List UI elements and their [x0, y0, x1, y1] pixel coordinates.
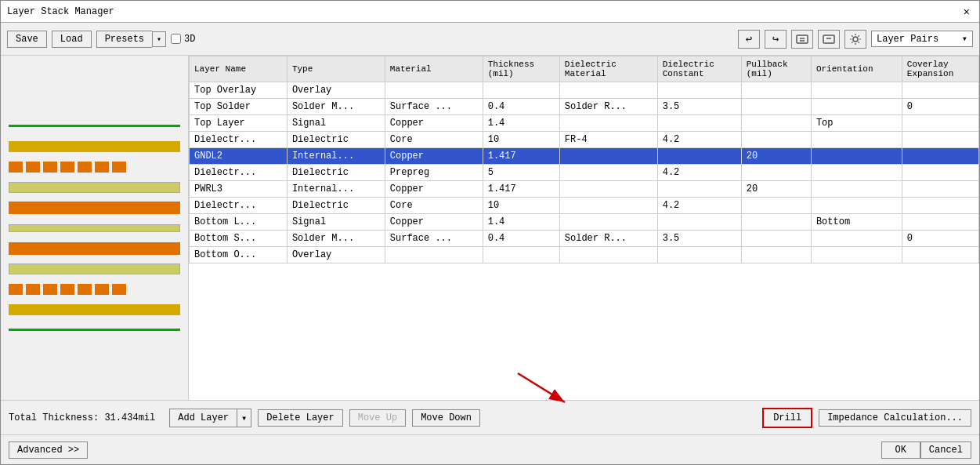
bottom-bar: Total Thickness: 31.434mil Add Layer ▾ D… — [1, 400, 979, 434]
table-cell: Copper — [385, 115, 483, 132]
svg-point-5 — [853, 37, 858, 42]
table-row[interactable]: Top LayerSignalCopper1.4Top — [190, 115, 979, 132]
ok-button[interactable]: OK — [881, 441, 920, 459]
table-cell — [741, 82, 811, 99]
table-cell: 3.5 — [657, 231, 741, 247]
table-row[interactable]: GNDL2Internal...Copper1.41720 — [190, 148, 979, 165]
visual-gndl2 — [9, 199, 180, 216]
col-type: Type — [287, 56, 385, 82]
table-cell — [902, 247, 978, 263]
table-cell: Surface ... — [385, 231, 483, 247]
col-coverlay: CoverlayExpansion — [902, 56, 978, 82]
move-down-button[interactable]: Move Down — [412, 409, 480, 427]
table-cell — [741, 132, 811, 148]
settings-icon-button[interactable] — [844, 30, 866, 49]
visual-top-solder — [9, 138, 180, 155]
table-row[interactable]: Bottom O...Overlay — [190, 247, 979, 263]
svg-rect-0 — [797, 35, 808, 43]
table-row[interactable]: Bottom L...SignalCopper1.4Bottom — [190, 214, 979, 231]
table-row[interactable]: Dielectr...DielectricPrepreg54.2 — [190, 165, 979, 181]
impedance-calculation-button[interactable]: Impedance Calculation... — [819, 409, 971, 427]
title-bar: Layer Stack Manager × — [1, 1, 979, 23]
table-cell: 4.2 — [657, 198, 741, 214]
table-cell — [741, 247, 811, 263]
undo-button[interactable]: ↩ — [738, 30, 760, 49]
table-cell: Solder M... — [287, 99, 385, 115]
add-layer-button[interactable]: Add Layer — [169, 409, 237, 427]
table-cell: 3.5 — [657, 99, 741, 115]
table-cell: Core — [385, 132, 483, 148]
col-layer-name: Layer Name — [190, 56, 287, 82]
table-cell: Solder M... — [287, 231, 385, 247]
sq6 — [95, 162, 109, 173]
table-cell — [559, 148, 657, 165]
table-cell: Solder R... — [559, 231, 657, 247]
3d-checkbox[interactable] — [171, 34, 181, 44]
3d-checkbox-label[interactable]: 3D — [171, 34, 195, 45]
table-cell — [657, 115, 741, 132]
table-cell — [902, 198, 978, 214]
table-cell: 1.417 — [483, 148, 559, 165]
visual-pwrl3 — [9, 240, 180, 257]
table-row[interactable]: Dielectr...DielectricCore104.2 — [190, 198, 979, 214]
advanced-button[interactable]: Advanced >> — [9, 441, 88, 459]
table-cell — [811, 181, 902, 198]
table-cell — [811, 82, 902, 99]
sq2 — [26, 162, 40, 173]
export-icon-button[interactable] — [818, 30, 840, 49]
table-cell — [741, 115, 811, 132]
presets-arrow[interactable]: ▾ — [152, 31, 166, 47]
table-cell: 0 — [902, 231, 978, 247]
drill-button[interactable]: Drill — [762, 408, 812, 428]
gndl2-bar — [9, 202, 180, 214]
redo-button[interactable]: ↪ — [765, 30, 787, 49]
delete-layer-button[interactable]: Delete Layer — [258, 409, 342, 427]
table-cell — [811, 231, 902, 247]
layer-pairs-dropdown[interactable]: Layer Pairs ▾ — [871, 31, 973, 47]
table-cell: 1.417 — [483, 181, 559, 198]
table-row[interactable]: Dielectr...DielectricCore10FR-44.2 — [190, 132, 979, 148]
yellow-line-bottom-solder — [9, 304, 180, 315]
table-row[interactable]: PWRL3Internal...Copper1.41720 — [190, 181, 979, 198]
dielectric-bar-1 — [9, 182, 180, 193]
table-cell: GNDL2 — [190, 148, 287, 165]
cancel-button[interactable]: Cancel — [920, 441, 971, 459]
close-button[interactable]: × — [960, 5, 973, 18]
table-cell: 1.4 — [483, 115, 559, 132]
layers-table-container: Layer Name Type Material Thickness(mil) … — [189, 56, 979, 400]
table-cell: FR-4 — [559, 132, 657, 148]
add-layer-arrow[interactable]: ▾ — [237, 409, 251, 427]
table-cell: 0 — [902, 99, 978, 115]
table-cell — [483, 247, 559, 263]
save-button[interactable]: Save — [7, 31, 47, 48]
layer-visual-panel — [1, 56, 189, 400]
table-cell — [902, 148, 978, 165]
3d-label: 3D — [184, 34, 195, 45]
import-icon-button[interactable] — [791, 30, 813, 49]
table-header-row: Layer Name Type Material Thickness(mil) … — [190, 56, 979, 82]
sq7 — [112, 162, 126, 173]
table-cell — [559, 181, 657, 198]
table-cell: Solder R... — [559, 99, 657, 115]
table-cell — [741, 99, 811, 115]
table-cell: Dielectr... — [190, 198, 287, 214]
main-content: Layer Name Type Material Thickness(mil) … — [1, 56, 979, 400]
table-row[interactable]: Top OverlayOverlay — [190, 82, 979, 99]
table-cell: Internal... — [287, 181, 385, 198]
move-up-button[interactable]: Move Up — [349, 409, 406, 427]
col-thickness: Thickness(mil) — [483, 56, 559, 82]
load-button[interactable]: Load — [52, 31, 92, 48]
red-arrow-annotation — [502, 369, 596, 409]
visual-top-overlay — [9, 118, 180, 135]
orange-squares-bottom — [9, 284, 126, 295]
table-cell: Surface ... — [385, 99, 483, 115]
visual-dielectric-1 — [9, 179, 180, 196]
table-row[interactable]: Top SolderSolder M...Surface ...0.4Solde… — [190, 99, 979, 115]
table-cell — [559, 82, 657, 99]
table-row[interactable]: Bottom S...Solder M...Surface ...0.4Sold… — [190, 231, 979, 247]
svg-rect-3 — [823, 35, 834, 43]
table-cell: Copper — [385, 214, 483, 231]
toolbar: Save Load Presets ▾ 3D ↩ ↪ Layer Pairs ▾ — [1, 23, 979, 56]
presets-button[interactable]: Presets — [96, 31, 152, 48]
table-cell — [811, 132, 902, 148]
